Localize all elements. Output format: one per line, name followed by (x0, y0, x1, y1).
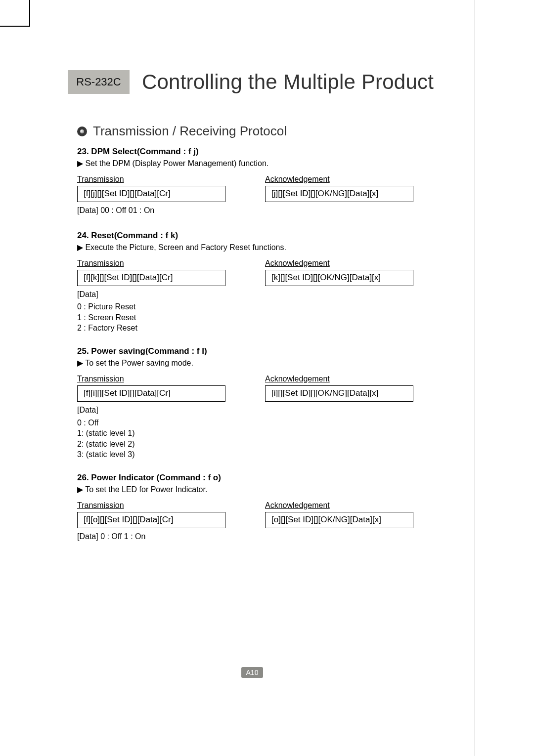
data-note: [Data] 0 : Off 1 : On (77, 531, 225, 542)
command-title: 24. Reset(Command : f k) (77, 231, 475, 241)
data-note: [Data] (77, 405, 225, 416)
transmission-col: Transmission [f][j][][Set ID][][Data][Cr… (77, 175, 225, 218)
transmission-box: [f][j][][Set ID][][Data][Cr] (77, 186, 225, 202)
transmission-box: [f][k][][Set ID][][Data][Cr] (77, 270, 225, 286)
header-row: RS-232C Controlling the Multiple Product (68, 70, 475, 94)
transmission-col: Transmission [f][o][][Set ID][][Data][Cr… (77, 501, 225, 544)
acknowledgement-box: [i][][Set ID][][OK/NG][Data][x] (265, 385, 413, 402)
transmission-box: [f][o][][Set ID][][Data][Cr] (77, 512, 225, 528)
data-note: [Data] 00 : Off 01 : On (77, 205, 225, 216)
command-desc: ▶ To set the Power saving mode. (77, 358, 475, 368)
section-heading: Transmission / Receiving Protocol (77, 124, 475, 139)
crop-mark-h (0, 26, 30, 27)
acknowledgement-label: Acknowledgement (265, 375, 413, 383)
acknowledgement-box: [k][][Set ID][][OK/NG][Data][x] (265, 270, 413, 286)
page-number: A10 (241, 667, 264, 678)
commands: 23. DPM Select(Command : f j) ▶ Set the … (77, 147, 475, 544)
page: RS-232C Controlling the Multiple Product… (30, 26, 475, 727)
data-note: [Data] (77, 289, 225, 300)
command-block: 23. DPM Select(Command : f j) ▶ Set the … (77, 147, 475, 218)
acknowledgement-label: Acknowledgement (265, 259, 413, 268)
command-desc: ▶ Execute the Picture, Screen and Factor… (77, 243, 475, 252)
acknowledgement-label: Acknowledgement (265, 175, 413, 184)
command-desc: ▶ Set the DPM (Display Power Management)… (77, 159, 475, 168)
command-block: 24. Reset(Command : f k) ▶ Execute the P… (77, 231, 475, 334)
transmission-label: Transmission (77, 259, 225, 268)
command-title: 25. Power saving(Command : f I) (77, 346, 475, 356)
acknowledgement-col: Acknowledgement [o][][Set ID][][OK/NG][D… (265, 501, 413, 544)
acknowledgement-box: [o][][Set ID][][OK/NG][Data][x] (265, 512, 413, 528)
transmission-box: [f][i][][Set ID][][Data][Cr] (77, 385, 225, 402)
command-title: 23. DPM Select(Command : f j) (77, 147, 475, 157)
acknowledgement-col: Acknowledgement [j][][Set ID][][OK/NG][D… (265, 175, 413, 218)
command-title: 26. Power Indicator (Command : f o) (77, 473, 475, 483)
acknowledgement-box: [j][][Set ID][][OK/NG][Data][x] (265, 186, 413, 202)
transmission-label: Transmission (77, 501, 225, 510)
data-lines: 0 : Picture Reset 1 : Screen Reset 2 : F… (77, 301, 225, 334)
section-heading-text: Transmission / Receiving Protocol (93, 124, 287, 139)
transmission-col: Transmission [f][i][][Set ID][][Data][Cr… (77, 375, 225, 460)
acknowledgement-label: Acknowledgement (265, 501, 413, 510)
command-desc: ▶ To set the LED for Power Indicator. (77, 485, 475, 494)
page-right-edge (475, 0, 475, 756)
bullet-icon (77, 126, 87, 136)
command-block: 26. Power Indicator (Command : f o) ▶ To… (77, 473, 475, 544)
data-lines: 0 : Off 1: (static level 1) 2: (static l… (77, 418, 225, 460)
header-badge: RS-232C (68, 70, 130, 94)
acknowledgement-col: Acknowledgement [k][][Set ID][][OK/NG][D… (265, 259, 413, 334)
command-block: 25. Power saving(Command : f I) ▶ To set… (77, 346, 475, 460)
acknowledgement-col: Acknowledgement [i][][Set ID][][OK/NG][D… (265, 375, 413, 460)
crop-mark-v (29, 0, 30, 27)
transmission-label: Transmission (77, 175, 225, 184)
transmission-label: Transmission (77, 375, 225, 383)
transmission-col: Transmission [f][k][][Set ID][][Data][Cr… (77, 259, 225, 334)
page-number-wrap: A10 (30, 667, 475, 678)
page-title: Controlling the Multiple Product (130, 70, 434, 94)
